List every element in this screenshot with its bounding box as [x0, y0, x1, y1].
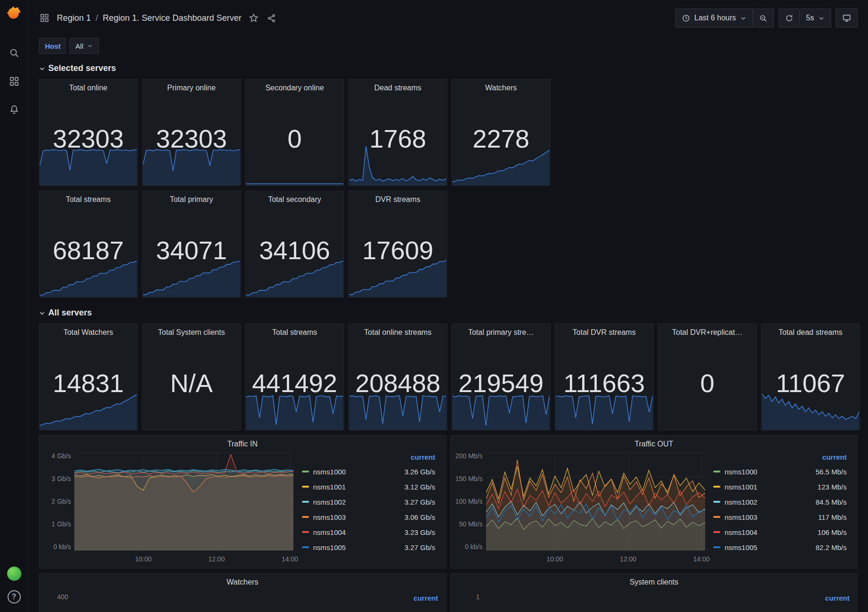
breadcrumb-dashboard-title[interactable]: Region 1. Service Dashboard Server: [103, 13, 241, 23]
stat-panel-title[interactable]: Total online streams: [349, 328, 447, 337]
stat-value: 0: [658, 368, 756, 398]
stat-value: 11067: [762, 368, 859, 398]
stat-panel-title[interactable]: Secondary online: [246, 84, 344, 92]
stat-panel-title[interactable]: Total streams: [39, 195, 137, 204]
legend-row: nsms1004 106 Mb/s: [713, 525, 850, 540]
stat-panel-title[interactable]: Primary online: [142, 84, 240, 92]
stat-panel-total-primary-stre: Total primary stre… 219549: [452, 323, 550, 430]
x-axis-tick: 10:00: [547, 555, 563, 563]
x-axis-tick: 12:00: [208, 555, 225, 563]
legend-row: nsms1004 3.23 Gb/s: [302, 525, 438, 540]
series-color-swatch: [713, 516, 720, 518]
series-name[interactable]: nsms1003: [313, 513, 346, 521]
refresh-button[interactable]: [779, 9, 800, 27]
x-axis-tick: 14:00: [693, 555, 710, 563]
chevron-down-icon: [39, 310, 45, 316]
series-color-swatch: [302, 546, 309, 548]
share-icon[interactable]: [266, 13, 277, 24]
legend-current-header: current: [705, 593, 852, 605]
selected-servers-row-2: Total streams 68187 Total primary 34071 …: [39, 191, 858, 297]
stat-value: 32303: [39, 124, 137, 153]
series-color-swatch: [713, 486, 720, 488]
legend-row: nsms1000 3.26 Gb/s: [302, 464, 438, 479]
time-range-picker[interactable]: Last 6 hours: [675, 9, 753, 27]
series-name[interactable]: nsms1005: [725, 543, 757, 551]
legend-row: nsms1002 84.5 Mb/s: [713, 494, 850, 509]
stat-panel-title[interactable]: Total primary stre…: [452, 328, 550, 337]
breadcrumb-separator: /: [96, 13, 98, 23]
section-selected-servers[interactable]: Selected servers: [39, 58, 858, 79]
panel-title[interactable]: Watchers: [39, 578, 446, 586]
stat-panel-title[interactable]: Total DVR+replicat…: [658, 328, 756, 337]
search-icon[interactable]: [4, 43, 25, 63]
stat-panel-total-online: Total online 32303: [39, 79, 138, 186]
timeseries-plot[interactable]: [74, 452, 293, 551]
breadcrumb-folder[interactable]: Region 1: [57, 13, 91, 23]
stat-panel-title[interactable]: Total dead streams: [762, 328, 859, 337]
sidebar: ?: [0, 0, 28, 612]
panel-title[interactable]: Traffic OUT: [451, 440, 858, 448]
alerting-bell-icon[interactable]: [4, 99, 25, 120]
timeseries-plot[interactable]: [486, 452, 705, 551]
stat-panel-title[interactable]: Total System clients: [142, 328, 240, 337]
stat-panel-title[interactable]: Dead streams: [349, 84, 447, 92]
y-axis-tick: 400: [42, 593, 71, 601]
series-name[interactable]: nsms1002: [313, 498, 346, 506]
stat-panel-dvr-streams: DVR streams 17609: [348, 191, 447, 297]
stat-value: 34106: [246, 236, 344, 265]
help-icon[interactable]: ?: [8, 590, 21, 603]
stat-value: 68187: [39, 236, 137, 265]
series-name[interactable]: nsms1002: [725, 498, 757, 506]
legend-row: nsms1001 3.12 Gb/s: [302, 479, 438, 494]
series-current-value: 3.12 Gb/s: [404, 483, 438, 491]
refresh-interval-picker[interactable]: 5s: [800, 9, 831, 27]
legend-row: nsms1000 56.5 Mb/s: [713, 464, 850, 479]
user-avatar[interactable]: [7, 567, 21, 581]
x-axis: 10:0012:0014:00: [74, 553, 293, 563]
panel-title[interactable]: System clients: [451, 578, 858, 586]
section-title: All servers: [48, 308, 92, 318]
legend-row: nsms1001 123 Mb/s: [713, 479, 850, 494]
stat-panel-title[interactable]: Total DVR streams: [555, 328, 653, 337]
stat-value: 1768: [349, 124, 447, 153]
kiosk-mode-button[interactable]: [836, 9, 858, 27]
series-name[interactable]: nsms1000: [725, 468, 757, 476]
stat-panel-title[interactable]: Total Watchers: [39, 328, 137, 337]
stat-panel-total-streams: Total streams 441492: [245, 323, 344, 430]
stat-panel-total-primary: Total primary 34071: [142, 191, 241, 297]
legend-current-header: current: [302, 452, 438, 464]
panel-title[interactable]: Traffic IN: [39, 440, 446, 448]
series-name[interactable]: nsms1000: [313, 468, 346, 476]
star-icon[interactable]: [248, 12, 259, 24]
traffic-row: Traffic IN 4 Gb/s3 Gb/s2 Gb/s1 Gb/s0 kb/…: [39, 435, 858, 568]
series-name[interactable]: nsms1001: [313, 483, 346, 491]
series-color-swatch: [302, 531, 309, 533]
legend: current nsms1000 3.26 Gb/s nsms1001 3.12…: [293, 452, 441, 563]
main-area: Region 1 / Region 1. Service Dashboard S…: [28, 0, 868, 612]
stat-panel-title[interactable]: Watchers: [452, 84, 550, 92]
stat-panel-title[interactable]: Total streams: [246, 328, 344, 337]
x-axis-tick: 10:00: [135, 555, 151, 563]
stat-panel-total-system-clients: Total System clients N/A: [142, 323, 241, 430]
stat-panel-title[interactable]: DVR streams: [349, 195, 447, 204]
series-name[interactable]: nsms1004: [313, 528, 346, 536]
panel-traffic-in: Traffic IN 4 Gb/s3 Gb/s2 Gb/s1 Gb/s0 kb/…: [39, 435, 446, 568]
y-axis-tick: 0 kb/s: [42, 543, 71, 551]
stat-panel-title[interactable]: Total primary: [142, 195, 240, 204]
series-current-value: 3.23 Gb/s: [404, 528, 438, 536]
variable-host-value-dropdown[interactable]: All: [69, 38, 99, 54]
series-name[interactable]: nsms1001: [725, 483, 757, 491]
stat-panel-title[interactable]: Total online: [39, 84, 137, 92]
zoom-out-button[interactable]: [753, 9, 774, 27]
dashboards-icon[interactable]: [4, 71, 25, 92]
dashboard-grid-icon[interactable]: [39, 12, 50, 24]
series-name[interactable]: nsms1003: [725, 513, 757, 521]
y-axis-tick: 200 Mb/s: [454, 452, 483, 460]
series-current-value: 3.26 Gb/s: [404, 468, 438, 476]
legend-row: nsms1005 82.2 Mb/s: [713, 540, 850, 555]
section-all-servers[interactable]: All servers: [39, 302, 858, 323]
grafana-logo[interactable]: [6, 6, 22, 24]
series-name[interactable]: nsms1005: [313, 543, 346, 551]
series-name[interactable]: nsms1004: [725, 528, 757, 536]
stat-panel-title[interactable]: Total secondary: [246, 195, 344, 204]
